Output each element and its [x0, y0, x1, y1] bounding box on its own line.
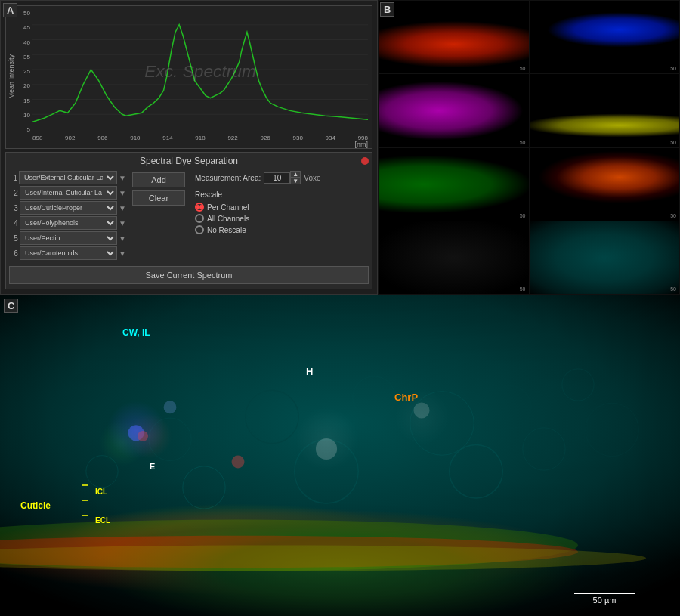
annotation-cw-il: CW, IL: [122, 327, 150, 338]
micro-image-4: 50: [530, 74, 680, 147]
radio-all-channels-btn[interactable]: [195, 214, 204, 223]
dye-row-6: 6 User/Carotenoids ▼: [9, 246, 126, 260]
dye-arrow-3[interactable]: ▼: [119, 204, 126, 212]
dye-select-2[interactable]: User/Internal Cuticular La: [20, 186, 117, 200]
dye-select-3[interactable]: User/CuticleProper: [20, 201, 117, 215]
radio-no-rescale[interactable]: No Rescale: [195, 225, 369, 234]
micro-image-1: 50: [379, 1, 529, 73]
save-spectrum-button[interactable]: Save Current Spectrum: [9, 266, 369, 284]
panel-b: B 50 50 50 50 50 50 50 50: [378, 0, 680, 295]
dye-select-6[interactable]: User/Carotenoids: [20, 246, 117, 260]
right-controls: Measurement Area: ▲ ▼ Voxe Rescale: [191, 171, 369, 234]
dye-select-4[interactable]: User/Polyphenols: [20, 216, 117, 230]
micro-scale-3: 50: [520, 140, 526, 145]
micro-image-3: 50: [379, 74, 529, 147]
panel-c: C: [0, 295, 680, 616]
dye-row-2: 2 User/Internal Cuticular La ▼: [9, 186, 126, 200]
chart-watermark: Exc. Spectrum: [144, 62, 256, 80]
spectrum-plot: Exc. Spectrum: [32, 10, 368, 133]
y-axis: 50 45 40 35 25 20 15 10 5: [6, 6, 32, 133]
nm-label: [nm]: [354, 141, 368, 148]
annotation-cuticle: Cuticle: [20, 500, 51, 511]
scale-bar-line: [574, 593, 635, 594]
scale-bar-text: 50 µm: [593, 596, 617, 605]
micro-scale-8: 50: [670, 286, 676, 292]
micro-image-7: 50: [379, 221, 529, 294]
rescale-section: Rescale Per Channel All Channels: [195, 190, 369, 234]
dye-arrow-4[interactable]: ▼: [119, 219, 126, 228]
spectrum-chart: Mean Intensity 50 45 40 35 25 20 15 10 5: [5, 5, 372, 149]
micro-image-8: 50: [530, 221, 680, 294]
panel-b-label: B: [380, 2, 394, 17]
dye-arrow-6[interactable]: ▼: [119, 249, 126, 258]
measurement-unit: Voxe: [304, 174, 320, 182]
panel-c-label: C: [4, 299, 18, 313]
spin-up[interactable]: ▲: [290, 171, 301, 178]
measurement-row: Measurement Area: ▲ ▼ Voxe: [195, 171, 369, 184]
main-layout: A Mean Intensity 50 45 40 35 25 20 15 10…: [0, 0, 680, 616]
micro-scale-4: 50: [670, 140, 676, 145]
dye-arrow-5[interactable]: ▼: [119, 234, 126, 243]
annotation-e: E: [150, 462, 155, 471]
spectral-controls: 1 User/External Cuticular La ▼ 2 User/In…: [9, 171, 369, 260]
panel-c-svg: [0, 295, 680, 616]
x-axis: 898 902 906 910 914 918 922 926 930 934 …: [32, 133, 368, 148]
radio-per-channel-label: Per Channel: [207, 203, 249, 212]
radio-per-channel[interactable]: Per Channel: [195, 203, 369, 212]
micro-scale-7: 50: [520, 286, 526, 292]
radio-no-rescale-label: No Rescale: [207, 226, 246, 234]
spectral-status-dot: [361, 157, 369, 165]
spectral-title: Spectral Dye Separation: [9, 156, 369, 166]
svg-point-28: [164, 401, 177, 413]
dye-row-3: 3 User/CuticleProper ▼: [9, 201, 126, 215]
add-button[interactable]: Add: [132, 172, 185, 187]
micro-scale-1: 50: [520, 66, 526, 71]
radio-all-channels-label: All Channels: [207, 215, 249, 223]
annotation-chrp: ChrP: [394, 392, 418, 403]
panel-a-label: A: [3, 3, 17, 17]
radio-all-channels[interactable]: All Channels: [195, 214, 369, 223]
annotation-h: H: [306, 366, 313, 377]
spin-buttons: ▲ ▼: [290, 171, 301, 184]
dye-arrow-1[interactable]: ▼: [119, 174, 126, 182]
scale-bar: 50 µm: [574, 593, 635, 605]
dye-row-4: 4 User/Polyphenols ▼: [9, 216, 126, 230]
svg-point-24: [138, 431, 148, 441]
clear-button[interactable]: Clear: [132, 190, 185, 206]
svg-point-27: [413, 402, 429, 418]
dye-row-5: 5 User/Pectin ▼: [9, 231, 126, 245]
dye-select-5[interactable]: User/Pectin: [20, 231, 117, 245]
spin-down[interactable]: ▼: [290, 178, 301, 184]
radio-no-rescale-btn[interactable]: [195, 225, 204, 234]
spectrum-svg: Exc. Spectrum: [32, 10, 368, 133]
panel-a: A Mean Intensity 50 45 40 35 25 20 15 10…: [0, 0, 378, 295]
micro-image-5: 50: [379, 148, 529, 221]
dye-select-1[interactable]: User/External Cuticular La: [19, 171, 117, 184]
micro-image-2: 50: [530, 1, 680, 73]
measurement-label: Measurement Area:: [195, 174, 261, 182]
dye-row-1: 1 User/External Cuticular La ▼: [9, 171, 126, 184]
dye-arrow-2[interactable]: ▼: [119, 189, 126, 197]
micro-scale-5: 50: [520, 213, 526, 218]
spectral-panel: Spectral Dye Separation 1 User/External …: [5, 152, 372, 289]
bracket-svg: [82, 481, 127, 519]
micro-image-6: 50: [530, 148, 680, 221]
svg-point-25: [232, 456, 245, 469]
svg-point-26: [316, 438, 337, 460]
dye-list: 1 User/External Cuticular La ▼ 2 User/In…: [9, 171, 126, 260]
measurement-input[interactable]: [264, 172, 290, 184]
measurement-spinner: ▲ ▼: [264, 171, 301, 184]
rescale-title: Rescale: [195, 190, 369, 199]
micro-scale-6: 50: [670, 213, 676, 218]
radio-per-channel-btn[interactable]: [195, 203, 204, 212]
add-clear-buttons: Add Clear: [128, 171, 189, 206]
micro-scale-2: 50: [670, 66, 676, 71]
